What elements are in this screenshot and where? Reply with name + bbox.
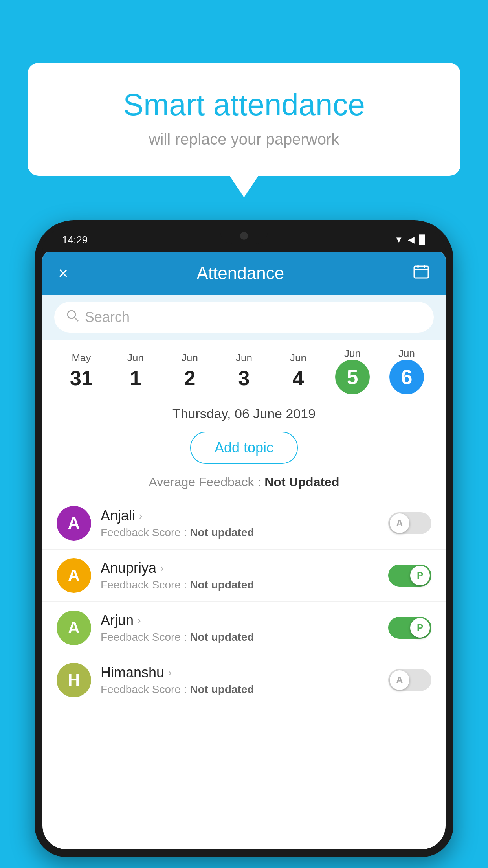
bubble-title: Smart attendance (59, 86, 429, 123)
student-item-0[interactable]: AAnjali ›Feedback Score : Not updatedA (42, 497, 446, 550)
selected-date-label: Thursday, 06 June 2019 (172, 406, 316, 421)
close-button[interactable]: × (58, 263, 68, 283)
wifi-icon: ▼ (394, 235, 403, 245)
student-name: Anupriya › (101, 560, 379, 576)
add-topic-container: Add topic (42, 425, 446, 470)
chevron-icon: › (139, 510, 143, 522)
attendance-toggle[interactable]: P (388, 565, 431, 587)
date-item-0[interactable]: May31 (54, 352, 108, 390)
attendance-toggle[interactable]: A (388, 669, 431, 691)
feedback-label: Average Feedback : (149, 475, 265, 489)
chevron-icon: › (138, 614, 141, 627)
student-info: Himanshu ›Feedback Score : Not updated (101, 664, 379, 696)
date-item-4[interactable]: Jun4 (271, 352, 325, 390)
student-info: Arjun ›Feedback Score : Not updated (101, 612, 379, 644)
student-info: Anupriya ›Feedback Score : Not updated (101, 560, 379, 591)
date-item-1[interactable]: Jun1 (108, 352, 163, 390)
attendance-toggle[interactable]: P (388, 617, 431, 639)
speech-bubble: Smart attendance will replace your paper… (28, 63, 460, 176)
date-number: 2 (163, 366, 217, 390)
phone-wrapper: 14:29 ▼ ◀ ▉ × Attendance (35, 220, 453, 868)
student-feedback-score: Feedback Score : Not updated (101, 579, 379, 591)
bubble-subtitle: will replace your paperwork (59, 131, 429, 148)
date-item-5[interactable]: Jun5 (325, 348, 380, 394)
search-bar[interactable]: Search (54, 302, 434, 333)
student-avatar: A (57, 611, 91, 645)
date-row: May31Jun1Jun2Jun3Jun4Jun5Jun6 (42, 340, 446, 398)
feedback-summary: Average Feedback : Not Updated (42, 470, 446, 497)
header-title: Attendance (197, 263, 284, 283)
speech-bubble-container: Smart attendance will replace your paper… (28, 63, 460, 176)
calendar-icon[interactable] (413, 263, 430, 284)
toggle-container[interactable]: A (388, 512, 431, 534)
phone-top-bar: 14:29 ▼ ◀ ▉ (42, 228, 446, 252)
student-avatar: A (57, 506, 91, 541)
student-item-2[interactable]: AArjun ›Feedback Score : Not updatedP (42, 602, 446, 654)
date-item-2[interactable]: Jun2 (163, 352, 217, 390)
date-number: 1 (108, 366, 163, 390)
date-number-selected: 5 (335, 360, 370, 394)
phone-screen: × Attendance (42, 252, 446, 849)
student-list: AAnjali ›Feedback Score : Not updatedAAA… (42, 497, 446, 706)
feedback-value: Not Updated (264, 475, 339, 489)
phone-frame: 14:29 ▼ ◀ ▉ × Attendance (35, 220, 453, 857)
student-feedback-score: Feedback Score : Not updated (101, 683, 379, 696)
notch (220, 228, 268, 244)
search-input-placeholder[interactable]: Search (85, 309, 130, 326)
status-icons: ▼ ◀ ▉ (394, 235, 426, 245)
date-number: 4 (271, 366, 325, 390)
date-item-3[interactable]: Jun3 (217, 352, 271, 390)
chevron-icon: › (168, 667, 172, 679)
student-feedback-score: Feedback Score : Not updated (101, 526, 379, 539)
date-month: Jun (380, 348, 434, 360)
date-label-section: Thursday, 06 June 2019 (42, 398, 446, 425)
student-name: Himanshu › (101, 664, 379, 681)
toggle-container[interactable]: P (388, 565, 431, 587)
search-bar-container: Search (42, 295, 446, 340)
toggle-thumb: P (410, 618, 430, 638)
svg-line-5 (74, 317, 78, 321)
toggle-container[interactable]: A (388, 669, 431, 691)
date-number: 31 (54, 366, 108, 390)
date-number: 3 (217, 366, 271, 390)
camera-dot (240, 232, 248, 240)
chevron-icon: › (160, 562, 164, 574)
app-header: × Attendance (42, 252, 446, 295)
signal-icon: ◀ (408, 235, 415, 245)
date-item-6[interactable]: Jun6 (380, 348, 434, 394)
date-month: Jun (217, 352, 271, 364)
date-month: Jun (325, 348, 380, 360)
battery-icon: ▉ (419, 235, 426, 245)
toggle-thumb: A (390, 670, 409, 690)
student-avatar: H (57, 663, 91, 697)
student-avatar: A (57, 558, 91, 593)
student-name: Anjali › (101, 508, 379, 524)
search-icon (66, 309, 79, 326)
student-item-1[interactable]: AAnupriya ›Feedback Score : Not updatedP (42, 550, 446, 602)
date-month: Jun (108, 352, 163, 364)
student-info: Anjali ›Feedback Score : Not updated (101, 508, 379, 539)
svg-rect-0 (414, 266, 428, 278)
toggle-thumb: A (390, 513, 409, 533)
date-month: Jun (271, 352, 325, 364)
status-time: 14:29 (62, 234, 88, 246)
student-name: Arjun › (101, 612, 379, 629)
date-month: May (54, 352, 108, 364)
student-item-3[interactable]: HHimanshu ›Feedback Score : Not updatedA (42, 654, 446, 706)
toggle-thumb: P (410, 566, 430, 585)
student-feedback-score: Feedback Score : Not updated (101, 631, 379, 644)
attendance-toggle[interactable]: A (388, 512, 431, 534)
toggle-container[interactable]: P (388, 617, 431, 639)
date-month: Jun (163, 352, 217, 364)
add-topic-button[interactable]: Add topic (190, 432, 298, 464)
date-number-selected: 6 (389, 360, 424, 394)
